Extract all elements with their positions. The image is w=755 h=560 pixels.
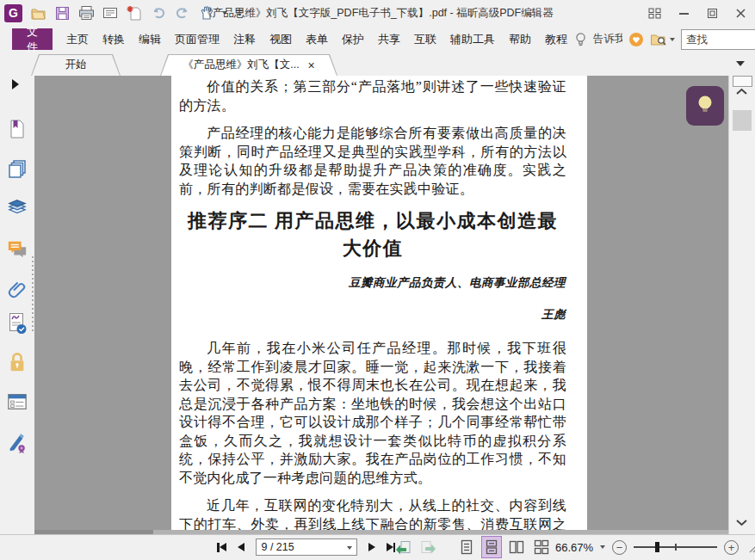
open-file-icon[interactable] [29,4,46,22]
scroll-up-icon[interactable] [735,88,748,95]
window-controls [648,0,746,26]
author-name-line: 王彪 [179,307,566,323]
lightbulb-outline-icon [574,32,587,47]
tab-start-label: 开始 [31,54,121,76]
single-page-view-icon[interactable] [456,536,477,558]
tab-start[interactable]: 开始 [31,54,121,76]
menu-convert[interactable]: 转换 [96,28,132,50]
comments-panel-icon[interactable] [7,239,28,260]
vertical-scrollbar[interactable] [728,76,755,535]
maximize-icon[interactable] [707,8,718,19]
tell-me-label[interactable]: 告诉我 [593,32,622,46]
page-number-caret[interactable] [347,546,352,550]
panel-resize-handle[interactable] [32,256,34,334]
page-navigation: 9 / 215 [217,535,395,559]
undo-icon[interactable] [150,4,167,22]
menu-accessibility[interactable]: 辅助工具 [443,28,502,50]
search-box[interactable] [681,29,755,50]
tab-close-icon[interactable]: × [308,59,315,71]
resize-grip-icon[interactable] [747,542,755,553]
zoom-in-button[interactable]: + [724,540,739,555]
tab-document-label: 《产品思维》刘飞【文... [183,58,299,72]
menu-form[interactable]: 表单 [299,28,335,50]
page-number-box[interactable]: 9 / 215 [256,538,357,556]
tab-document[interactable]: 《产品思维》刘飞【文...× [160,54,337,76]
previous-page-icon[interactable] [238,543,244,551]
scroll-down-icon[interactable] [735,519,748,526]
menu-tutorial[interactable]: 教程 [538,28,574,50]
security-lock-icon[interactable] [7,352,28,372]
close-icon[interactable] [735,8,746,19]
view-history [394,535,437,559]
zoom-slider[interactable] [634,541,717,553]
minimize-icon[interactable] [678,8,690,19]
switch-windows-icon[interactable] [648,8,661,19]
author-title-line: 豆瓣商业产品负责人、电商事业部总经理 [179,275,566,291]
split-view-handle[interactable] [733,76,752,87]
menu-file[interactable]: 文件 [12,28,53,50]
previous-view-icon[interactable] [394,540,412,555]
facing-view-icon[interactable] [506,536,527,558]
menu-help[interactable]: 帮助 [502,28,538,50]
next-page-icon[interactable] [368,543,375,551]
vertical-scrollbar-thumb[interactable] [733,110,752,131]
foxit-logo-icon: G [4,4,22,22]
paragraph-core-ability: 产品经理的核心能力是能够综合所有要素做出高质量的决策判断，同时产品经理又是典型的… [179,124,566,198]
menu-edit[interactable]: 编辑 [132,28,168,50]
lightbulb-icon [696,95,715,117]
menu-comment[interactable]: 注释 [226,28,263,50]
form-fields-panel-icon[interactable] [7,391,28,412]
folder-search-icon[interactable] [650,32,675,46]
page-number-value: 9 / 215 [262,541,294,553]
page-thumbnails-panel-icon[interactable] [7,158,28,179]
zoom-slider-knob[interactable] [655,542,659,552]
pdf-page[interactable]: 价值的关系；第三部分“产品落地”则讲述了一些快速验证的方法。 产品经理的核心能力… [171,76,587,535]
main-area: 价值的关系；第三部分“产品落地”则讲述了一些快速验证的方法。 产品经理的核心能力… [0,76,755,535]
continuous-view-icon[interactable] [481,536,502,558]
zoom-level-caret[interactable] [600,545,605,549]
continuous-facing-view-icon[interactable] [531,536,552,558]
zoom-controls: 66.67% − + [555,535,755,559]
menu-items: 主页 转换 编辑 页面管理 注释 视图 表单 保护 共享 互联 辅助工具 帮助 … [59,28,574,50]
next-view-icon[interactable] [420,540,437,555]
new-document-icon[interactable] [126,4,143,22]
document-tab-bar: 开始 《产品思维》刘飞【文...× [0,52,755,77]
menu-home[interactable]: 主页 [59,28,96,50]
paragraph-xiaomi: 几年前，我在小米公司任产品经理。那时候，我下班很晚，经常工作到凌晨才回家。睡一觉… [179,339,566,487]
folder-search-caret[interactable] [670,38,675,41]
search-input[interactable] [682,31,755,48]
email-icon[interactable] [102,4,119,22]
menu-connect[interactable]: 互联 [407,28,443,50]
navigation-sidebar [0,76,35,535]
redo-icon[interactable] [174,4,191,22]
menu-protect[interactable]: 保护 [335,28,371,50]
document-view-area[interactable]: 价值的关系；第三部分“产品落地”则讲述了一些快速验证的方法。 产品经理的核心能力… [34,76,729,535]
heart-badge-icon[interactable] [628,32,644,47]
title-bar: G 《产品思维》刘飞【文字版_PDF电子书_下载】.pdf - 福昕高级P [0,0,755,26]
menu-share[interactable]: 共享 [371,28,407,50]
ribbon-menu-bar: 文件 主页 转换 编辑 页面管理 注释 视图 表单 保护 共享 互联 辅助工具 … [0,26,755,52]
section-heading: 推荐序二 用产品思维，以最小成本创造最 大价值 [179,207,566,262]
expand-panel-icon[interactable] [12,79,19,89]
menu-view[interactable]: 视图 [263,28,299,50]
attachments-panel-icon[interactable] [7,279,28,299]
tab-list-caret[interactable] [736,61,745,66]
page-layout-modes [456,535,552,559]
print-icon[interactable] [77,4,95,22]
assistant-lightbulb-button[interactable] [686,86,724,126]
bookmarks-panel-icon[interactable] [7,119,28,139]
zoom-out-button[interactable]: − [612,540,627,555]
layers-panel-icon[interactable] [7,198,28,218]
zoom-level-value[interactable]: 66.67% [555,541,593,554]
save-icon[interactable] [53,4,71,22]
window-title: 《产品思维》刘飞【文字版_PDF电子书_下载】.pdf - 福昕高级PDF编辑器 [201,0,553,26]
sign-panel-icon[interactable] [7,432,28,452]
status-bar: 9 / 215 66.67% − [0,534,755,560]
menu-right-tools: 告诉我 [574,28,755,50]
digital-signatures-panel-icon[interactable] [7,313,28,334]
first-page-icon[interactable] [217,543,226,552]
menu-page-management[interactable]: 页面管理 [168,28,226,50]
paragraph-top: 价值的关系；第三部分“产品落地”则讲述了一些快速验证的方法。 [179,77,566,114]
